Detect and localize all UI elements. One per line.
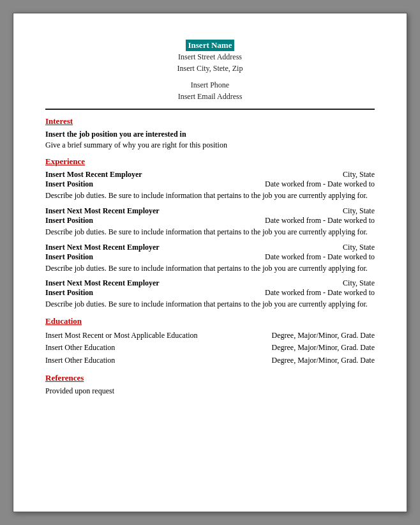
edu-institution-3[interactable]: Insert Other Education (45, 354, 210, 367)
employer-name-2[interactable]: Insert Next Most Recent Employer (45, 206, 160, 216)
job-entry-3: Insert Next Most Recent Employer City, S… (45, 243, 375, 274)
references-title: References (45, 373, 375, 383)
job-desc-2[interactable]: Describe job duties. Be sure to include … (45, 227, 375, 238)
edu-degree-1[interactable]: Degree, Major/Minor, Grad. Date (210, 330, 375, 342)
edu-entry-3: Insert Other Education Degree, Major/Min… (45, 354, 375, 367)
position-3[interactable]: Insert Position (45, 252, 93, 262)
interest-title: Interest (45, 116, 375, 126)
city-state-zip[interactable]: Insert City, Stete, Zip (45, 63, 375, 74)
employer-name-1[interactable]: Insert Most Recent Employer (45, 170, 142, 179)
experience-title: Experience (45, 156, 375, 167)
employer-name-3[interactable]: Insert Next Most Recent Employer (45, 243, 160, 252)
employer-name-4[interactable]: Insert Next Most Recent Employer (45, 278, 160, 288)
dates-3[interactable]: Date worked from - Date worked to (265, 252, 375, 262)
job-entry-2: Insert Next Most Recent Employer City, S… (45, 206, 375, 238)
position-1[interactable]: Insert Position (45, 179, 93, 189)
references-text: Provided upon request (45, 386, 375, 396)
job-entry-1: Insert Most Recent Employer City, State … (45, 170, 375, 201)
name-field[interactable]: Insert Name (186, 40, 235, 51)
position-2[interactable]: Insert Position (45, 216, 93, 225)
education-title: Education (45, 316, 375, 326)
education-section: Education Insert Most Recent or Most App… (45, 316, 375, 367)
header-divider (45, 109, 375, 110)
employer-city-2[interactable]: City, State (343, 206, 375, 216)
employer-city-4[interactable]: City, State (343, 278, 375, 288)
employer-city-1[interactable]: City, State (343, 170, 375, 179)
dates-4[interactable]: Date worked from - Date worked to (265, 288, 375, 298)
street-address[interactable]: Insert Street Address (45, 51, 375, 63)
experience-section: Experience Insert Most Recent Employer C… (45, 156, 375, 310)
edu-degree-3[interactable]: Degree, Major/Minor, Grad. Date (210, 354, 375, 367)
position-4[interactable]: Insert Position (45, 288, 93, 298)
job-desc-1[interactable]: Describe job duties. Be sure to include … (45, 190, 375, 201)
dates-1[interactable]: Date worked from - Date worked to (265, 179, 375, 189)
edu-entry-2: Insert Other Education Degree, Major/Min… (45, 342, 375, 354)
edu-institution-1[interactable]: Insert Most Recent or Most Applicable Ed… (45, 330, 210, 342)
dates-2[interactable]: Date worked from - Date worked to (265, 216, 375, 225)
edu-degree-2[interactable]: Degree, Major/Minor, Grad. Date (210, 342, 375, 354)
references-section: References Provided upon request (45, 373, 375, 396)
edu-entry-1: Insert Most Recent or Most Applicable Ed… (45, 330, 375, 342)
header: Insert Name Insert Street Address Insert… (45, 39, 375, 102)
employer-city-3[interactable]: City, State (343, 243, 375, 252)
job-desc-3[interactable]: Describe job duties. Be sure to include … (45, 263, 375, 274)
interest-heading[interactable]: Insert the job position you are interest… (45, 130, 375, 139)
phone[interactable]: Insert Phone (45, 79, 375, 91)
edu-institution-2[interactable]: Insert Other Education (45, 342, 210, 354)
job-desc-4[interactable]: Describe job duties. Be sure to include … (45, 299, 375, 310)
interest-section: Interest Insert the job position you are… (45, 116, 375, 150)
interest-description[interactable]: Give a brief summary of why you are righ… (45, 141, 375, 150)
resume-page: Insert Name Insert Street Address Insert… (13, 13, 407, 512)
job-entry-4: Insert Next Most Recent Employer City, S… (45, 278, 375, 310)
email[interactable]: Insert Email Address (45, 91, 375, 102)
